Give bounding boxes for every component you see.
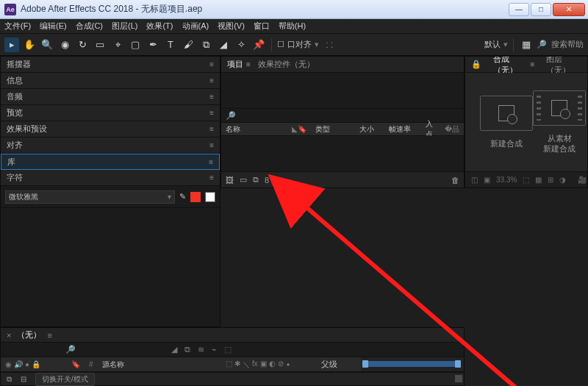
shy-icon[interactable]: ◢	[171, 345, 177, 354]
panel-character[interactable]: 字符≡	[1, 170, 220, 186]
timeline-close-icon[interactable]: ×	[7, 331, 11, 340]
menu-effect[interactable]: 效果(T)	[146, 21, 173, 32]
puppet-tool-icon[interactable]: 📌	[251, 37, 266, 52]
col-source-name[interactable]: 源名称	[98, 360, 129, 370]
camera-icon[interactable]: 🎥	[578, 176, 587, 184]
graph-editor-icon[interactable]: ⌁	[212, 345, 217, 354]
zoom-level[interactable]: 33.3%	[496, 176, 517, 184]
trash-icon[interactable]: 🗑	[451, 176, 459, 185]
eyedropper-icon[interactable]: ✎	[179, 192, 186, 201]
type-tool-icon[interactable]: T	[163, 37, 178, 52]
motion-blur-icon[interactable]: ≋	[198, 345, 204, 354]
selection-tool-icon[interactable]: ▸	[4, 37, 19, 52]
panel-effects-presets[interactable]: 效果和预设≡	[1, 121, 220, 137]
panel-align[interactable]: 对齐≡	[1, 137, 220, 154]
panel-info[interactable]: 信息≡	[1, 73, 220, 89]
roto-tool-icon[interactable]: ✧	[234, 37, 248, 52]
col-fps[interactable]: 帧速率	[384, 124, 421, 135]
zoom-tool-icon[interactable]: 🔍	[40, 37, 54, 52]
label-col-icon[interactable]: 🔖	[67, 360, 85, 368]
grid-icon[interactable]: ▦	[535, 176, 542, 184]
search-icon[interactable]: 🔎	[65, 345, 76, 354]
new-comp-from-footage-button[interactable]: 从素材 新建合成	[533, 90, 586, 154]
menu-view[interactable]: 视图(V)	[218, 21, 245, 32]
panbehind-tool-icon[interactable]: ⌖	[110, 37, 125, 52]
hand-tool-icon[interactable]: ✋	[22, 37, 37, 52]
resolution-icon[interactable]: ⬚	[523, 176, 529, 184]
snap-checkbox-icon: ☐	[277, 40, 284, 49]
timeline-tab[interactable]: （无）	[17, 329, 41, 340]
menu-edit[interactable]: 编辑(E)	[40, 21, 67, 32]
rotate-tool-icon[interactable]: ↻	[75, 37, 90, 52]
workspace-label: 默认	[484, 39, 501, 50]
tab-project[interactable]: 项目 ≡	[227, 59, 251, 70]
workspace-switcher[interactable]: 默认 ▾	[484, 39, 508, 50]
col-parent[interactable]: 父级	[317, 359, 361, 370]
brush-tool-icon[interactable]: 🖌	[181, 37, 196, 52]
work-area-bar[interactable]	[364, 361, 459, 367]
flowchart-icon[interactable]: �品	[440, 124, 464, 135]
new-comp-icon[interactable]: ⧉	[253, 175, 259, 185]
window-close-button[interactable]: ✕	[553, 3, 585, 16]
chevron-down-icon: ▾	[503, 40, 508, 49]
menu-animation[interactable]: 动画(A)	[182, 21, 209, 32]
panel-menu-icon[interactable]: ≡	[530, 60, 534, 68]
eraser-tool-icon[interactable]: ◢	[216, 37, 231, 52]
panel-libraries[interactable]: 库≡	[1, 154, 220, 170]
frame-blend-icon[interactable]: ⧉	[184, 345, 190, 354]
orbit-tool-icon[interactable]: ◉	[57, 37, 72, 52]
panel-wiggler[interactable]: 摇摆器≡	[1, 57, 220, 73]
project-list[interactable]	[221, 136, 464, 171]
right-panel-fill	[1, 208, 220, 326]
font-family-select[interactable]: 微软雅黑 ▾	[5, 190, 175, 204]
shape-tool-icon[interactable]: ▢	[128, 37, 143, 52]
video-col-icon[interactable]: ◉	[5, 360, 12, 368]
menu-window[interactable]: 窗口	[254, 21, 270, 32]
alpha-icon[interactable]: ▣	[484, 176, 490, 184]
pen-tool-icon[interactable]: ✒	[146, 37, 160, 52]
bpc-button[interactable]: 8 bpc	[265, 176, 284, 185]
camera-tool-icon[interactable]: ▭	[93, 37, 107, 52]
zoom-out-icon[interactable]: ⊟	[21, 375, 26, 383]
panel-menu-icon[interactable]: ▦	[519, 37, 534, 52]
clone-tool-icon[interactable]: ⧉	[198, 37, 213, 52]
tab-effect-controls[interactable]: 效果控件（无）	[258, 59, 315, 70]
snap-options-icon[interactable]: ⸬	[322, 37, 337, 52]
menu-file[interactable]: 文件(F)	[4, 21, 31, 32]
window-maximize-button[interactable]: □	[531, 3, 551, 16]
toggle-switches-modes-button[interactable]: 切换开关/模式	[35, 373, 95, 386]
panel-menu-icon[interactable]: ≡	[47, 331, 51, 340]
menu-help[interactable]: 帮助(H)	[279, 21, 306, 32]
right-panel-column: 摇摆器≡ 信息≡ 音频≡ 预览≡ 效果和预设≡ 对齐≡ 库≡ 字符≡ 微软雅黑 …	[0, 56, 220, 327]
panel-preview[interactable]: 预览≡	[1, 105, 220, 121]
new-composition-button[interactable]: 新建合成	[480, 96, 533, 149]
project-columns-header: 名称 ◣🔖 类型 大小 帧速率 入点 �品	[221, 123, 464, 136]
guides-icon[interactable]: ⊞	[548, 176, 553, 184]
menu-composition[interactable]: 合成(C)	[76, 21, 103, 32]
search-icon: 🔎	[226, 111, 236, 121]
col-size[interactable]: 大小	[355, 124, 384, 135]
solo-col-icon[interactable]: ●	[25, 360, 29, 368]
lock-icon[interactable]: 🔒	[471, 60, 481, 69]
snap-label: 口对齐	[287, 39, 312, 50]
channel-icon[interactable]: ◑	[559, 176, 566, 184]
panel-audio[interactable]: 音频≡	[1, 89, 220, 105]
col-type[interactable]: 类型	[311, 124, 355, 135]
col-name[interactable]: 名称	[221, 124, 287, 135]
audio-col-icon[interactable]: 🔊	[14, 360, 23, 368]
project-body[interactable]	[221, 73, 464, 108]
draft3d-icon[interactable]: ⬚	[224, 345, 232, 354]
lock-col-icon[interactable]: 🔒	[32, 360, 40, 368]
toggle-switches-icon[interactable]: ⧉	[7, 375, 12, 384]
mask-icon[interactable]: ◫	[471, 176, 478, 184]
search-help[interactable]: 🔎 搜索帮助	[537, 39, 584, 50]
menu-layer[interactable]: 图层(L)	[112, 21, 137, 32]
window-minimize-button[interactable]: —	[509, 3, 529, 16]
snap-toggle[interactable]: ☐ 口对齐 ▾	[277, 39, 319, 50]
fill-color-swatch[interactable]	[190, 192, 201, 202]
panel-menu-icon[interactable]: ≡	[246, 60, 251, 68]
time-ruler[interactable]	[361, 357, 464, 371]
stroke-color-swatch[interactable]	[205, 192, 215, 202]
new-folder-icon[interactable]: ▭	[240, 175, 247, 185]
interpret-icon[interactable]: 🖾	[226, 176, 234, 185]
